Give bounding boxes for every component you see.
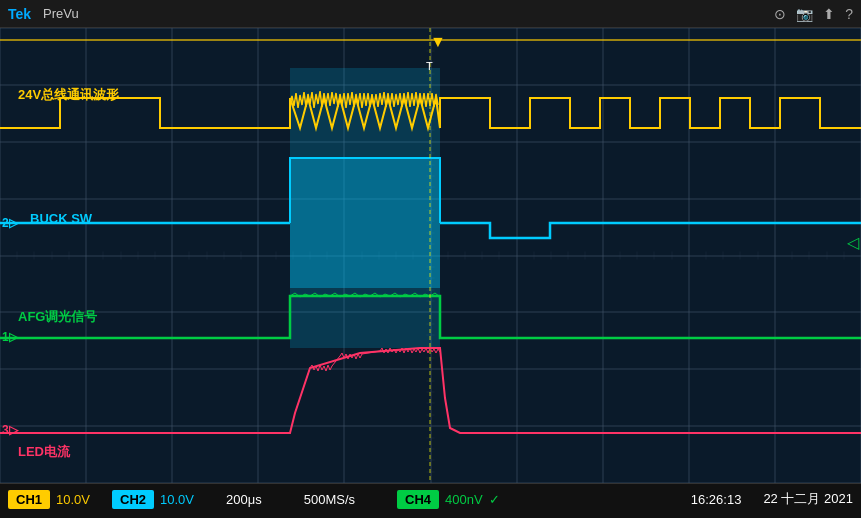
top-bar-right: ⊙ 📷 ⬆ ? [774, 6, 853, 22]
date-display: 22 十二月 2021 [763, 490, 853, 508]
help-icon[interactable]: ? [845, 6, 853, 22]
ch1-button[interactable]: CH1 [8, 490, 50, 509]
mode-label: PreVu [43, 6, 79, 21]
clock-time: 16:26:13 [691, 492, 742, 507]
ch2-indicator: 2▷ [2, 216, 18, 230]
status-bar: CH1 10.0V CH2 10.0V 200μs 500MS/s CH4 40… [0, 483, 861, 518]
ch3-indicator: 1▷ [2, 330, 18, 344]
ch3-label: AFG调光信号 [18, 308, 97, 326]
ch4-button[interactable]: CH4 [397, 490, 439, 509]
wifi-icon[interactable]: ⊙ [774, 6, 786, 22]
ch4-label: LED电流 [18, 443, 70, 461]
sample-rate: 500MS/s [304, 492, 355, 507]
camera-icon[interactable]: 📷 [796, 6, 813, 22]
upload-icon[interactable]: ⬆ [823, 6, 835, 22]
top-bar: Tek PreVu ⊙ 📷 ⬆ ? [0, 0, 861, 28]
ch4-value: 400nV [445, 492, 483, 507]
ch1-value: 10.0V [56, 492, 90, 507]
time-div: 200μs [226, 492, 262, 507]
right-arrow-indicator: ◁ [847, 233, 859, 252]
ch4-suffix: ✓ [489, 492, 500, 507]
svg-rect-1 [290, 158, 440, 288]
scope-screen: ▼ T 24V总线通讯波形 BUCK SW 2▷ 1▷ 3▷ AFG调光信号 L… [0, 28, 861, 483]
ch2-button[interactable]: CH2 [112, 490, 154, 509]
ch1-label: 24V总线通讯波形 [18, 86, 119, 104]
ch2-value: 10.0V [160, 492, 194, 507]
ch2-label: BUCK SW [30, 211, 92, 226]
top-bar-left: Tek PreVu [8, 6, 79, 22]
waveform-display [0, 28, 861, 483]
ch4-indicator: 3▷ [2, 423, 18, 437]
trigger-marker: ▼ [430, 33, 446, 51]
cursor-t-label: T [426, 60, 433, 72]
brand-label: Tek [8, 6, 31, 22]
status-row1: CH1 10.0V CH2 10.0V 200μs 500MS/s CH4 40… [8, 484, 853, 514]
